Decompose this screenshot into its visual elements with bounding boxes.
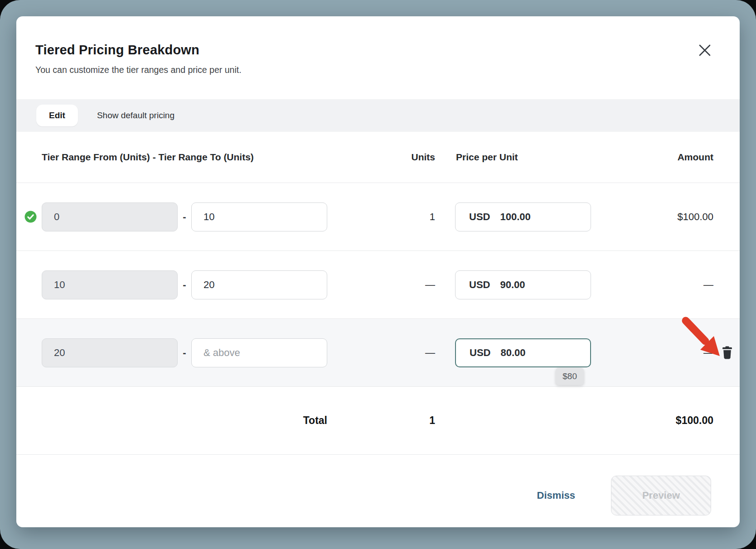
modal-footer: Dismiss Preview xyxy=(16,455,740,527)
modal-header: Tiered Pricing Breakdown You can customi… xyxy=(16,16,740,99)
amount-value: — xyxy=(591,347,713,359)
total-units: 1 xyxy=(327,414,435,427)
column-header-tier-range: Tier Range From (Units) - Tier Range To … xyxy=(42,152,327,163)
table-row: - — USD 80.00 $80 — xyxy=(16,319,740,387)
modal-subtitle: You can customize the tier ranges and pr… xyxy=(35,64,720,76)
price-cell: USD 90.00 xyxy=(455,251,591,318)
check-circle-icon xyxy=(24,211,37,223)
delete-cell xyxy=(713,346,733,359)
dismiss-button[interactable]: Dismiss xyxy=(537,490,575,501)
range-separator: - xyxy=(178,211,191,223)
currency-label: USD xyxy=(469,211,490,223)
table-row: - — USD 90.00 — xyxy=(16,251,740,319)
units-value: — xyxy=(327,279,435,291)
pricing-mode-toolbar: Edit Show default pricing xyxy=(16,99,740,132)
row-valid-indicator xyxy=(24,211,42,223)
total-amount: $100.00 xyxy=(591,414,713,427)
tab-edit[interactable]: Edit xyxy=(36,105,78,126)
price-cell: USD 100.00 xyxy=(455,183,591,250)
trash-icon xyxy=(722,346,732,359)
range-separator: - xyxy=(178,279,191,291)
tier-from-input xyxy=(42,270,178,299)
tier-from-input xyxy=(42,202,178,231)
delete-tier-button[interactable] xyxy=(722,346,732,359)
price-value: 90.00 xyxy=(500,279,525,291)
price-cell: USD 80.00 $80 xyxy=(455,319,591,386)
price-value: 80.00 xyxy=(500,347,525,359)
tier-from-input xyxy=(42,338,178,367)
units-value: — xyxy=(327,347,435,359)
column-header-units: Units xyxy=(327,152,435,163)
amount-value: $100.00 xyxy=(591,211,713,223)
page-title: Tiered Pricing Breakdown xyxy=(35,42,720,58)
currency-label: USD xyxy=(469,279,490,291)
price-per-unit-input[interactable]: USD 90.00 xyxy=(455,270,591,299)
price-per-unit-input[interactable]: USD 100.00 xyxy=(455,202,591,231)
currency-label: USD xyxy=(470,347,490,359)
tab-show-default-pricing[interactable]: Show default pricing xyxy=(97,111,174,120)
total-row: Total 1 $100.00 xyxy=(16,387,740,455)
table-header-row: Tier Range From (Units) - Tier Range To … xyxy=(16,132,740,183)
tier-to-input[interactable] xyxy=(191,202,327,231)
table-row: - 1 USD 100.00 $100.00 xyxy=(16,183,740,251)
range-separator: - xyxy=(178,347,191,359)
close-button[interactable] xyxy=(696,42,713,59)
column-header-price-per-unit: Price per Unit xyxy=(455,152,591,163)
units-value: 1 xyxy=(327,211,435,223)
tier-to-input[interactable] xyxy=(191,270,327,299)
price-tooltip: $80 xyxy=(556,368,584,385)
price-per-unit-input-focused[interactable]: USD 80.00 xyxy=(455,338,591,367)
close-icon xyxy=(698,43,712,57)
total-label: Total xyxy=(191,414,327,427)
screen-backdrop: Tiered Pricing Breakdown You can customi… xyxy=(0,0,756,549)
price-value: 100.00 xyxy=(500,211,530,223)
column-header-amount: Amount xyxy=(591,152,713,163)
tiered-pricing-modal: Tiered Pricing Breakdown You can customi… xyxy=(16,16,740,527)
tier-to-input[interactable] xyxy=(191,338,327,367)
preview-button[interactable]: Preview xyxy=(611,476,711,515)
amount-value: — xyxy=(591,279,713,291)
